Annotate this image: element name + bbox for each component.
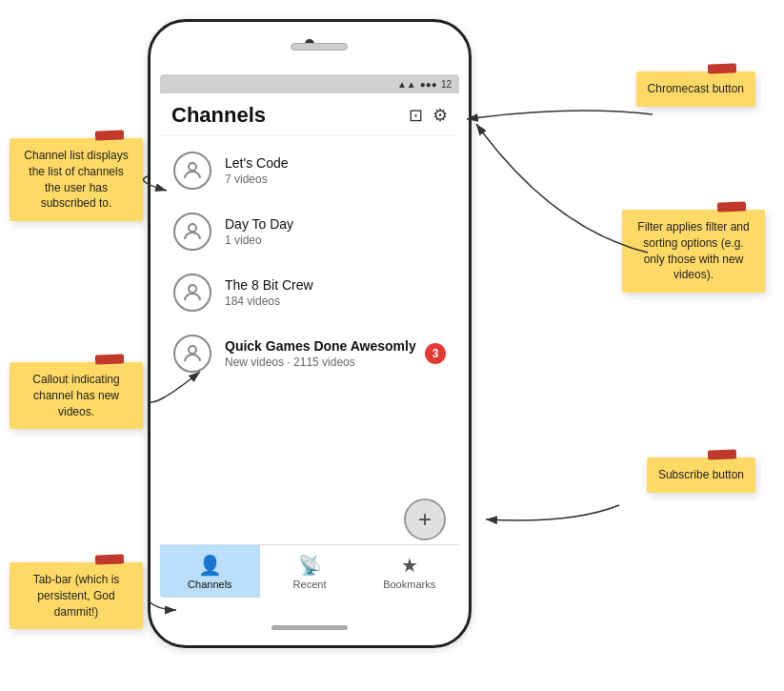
channel-list: Let's Code7 videosDay To Day1 videoThe 8… (160, 136, 459, 544)
tab-channels[interactable]: 👤 Channels (160, 545, 260, 598)
channel-avatar (173, 152, 211, 190)
wifi-icon: ▲▲ (397, 79, 416, 90)
channel-meta: New videos · 2115 videos (225, 356, 446, 369)
sticky-note-chromecast: Chromecast button (636, 71, 755, 107)
svg-point-0 (189, 163, 196, 171)
new-videos-badge: 3 (425, 343, 446, 364)
tab-recent-label: Recent (293, 579, 327, 590)
channel-meta: 7 videos (225, 173, 446, 186)
svg-point-3 (189, 346, 196, 354)
header-actions: ⊡ ⚙ (409, 105, 448, 126)
phone-speaker (291, 43, 348, 51)
channel-avatar (173, 274, 211, 312)
channel-meta: 184 videos (225, 295, 446, 308)
channel-info: The 8 Bit Crew184 videos (225, 277, 446, 308)
svg-point-1 (189, 224, 196, 232)
channels-icon: 👤 (198, 554, 222, 577)
channel-item-4[interactable]: Quick Games Done AwesomlyNew videos · 21… (160, 323, 459, 384)
svg-point-2 (189, 285, 196, 293)
channel-info: Let's Code7 videos (225, 155, 446, 186)
tab-recent[interactable]: 📡 Recent (260, 545, 360, 598)
phone-shell: ▲▲ ●●● 12 Channels ⊡ ⚙ Let's Code7 video… (148, 19, 472, 648)
phone-screen: ▲▲ ●●● 12 Channels ⊡ ⚙ Let's Code7 video… (160, 74, 459, 598)
sticky-note-filter: Filter applies filter and sorting option… (622, 210, 765, 293)
plus-icon: + (418, 506, 432, 533)
sticky-note-tabbar: Tab-bar (which is persistent, God dammit… (10, 562, 143, 629)
signal-icon: ●●● (420, 79, 437, 90)
time: 12 (441, 79, 452, 90)
channel-item-2[interactable]: Day To Day1 video (160, 201, 459, 262)
tab-bar: 👤 Channels 📡 Recent ★ Bookmarks (160, 544, 459, 598)
channel-avatar (173, 335, 211, 373)
tab-bookmarks-label: Bookmarks (383, 579, 435, 590)
tab-bookmarks[interactable]: ★ Bookmarks (359, 545, 459, 598)
recent-icon: 📡 (298, 554, 322, 577)
tab-channels-label: Channels (188, 579, 231, 590)
sticky-note-subscribe: Subscribe button (647, 457, 755, 493)
channel-info: Quick Games Done AwesomlyNew videos · 21… (225, 338, 446, 369)
channel-name: The 8 Bit Crew (225, 277, 446, 293)
channel-name: Day To Day (225, 216, 446, 232)
channel-meta: 1 video (225, 234, 446, 247)
status-bar: ▲▲ ●●● 12 (160, 74, 459, 93)
filter-button[interactable]: ⚙ (432, 105, 448, 126)
channel-name: Quick Games Done Awesomly (225, 338, 446, 354)
channel-info: Day To Day1 video (225, 216, 446, 247)
chromecast-button[interactable]: ⊡ (409, 105, 423, 126)
channel-name: Let's Code (225, 155, 446, 171)
app-header: Channels ⊡ ⚙ (160, 93, 459, 136)
channel-avatar (173, 213, 211, 251)
sticky-note-callout: Callout indicating channel has new video… (10, 362, 143, 429)
channel-item-3[interactable]: The 8 Bit Crew184 videos (160, 262, 459, 323)
bookmarks-icon: ★ (401, 554, 418, 577)
page-title: Channels (171, 103, 266, 128)
subscribe-fab[interactable]: + (404, 498, 446, 540)
channel-item-1[interactable]: Let's Code7 videos (160, 140, 459, 201)
sticky-note-channel-list: Channel list displays the list of channe… (10, 138, 143, 221)
phone-home-button (271, 625, 348, 630)
